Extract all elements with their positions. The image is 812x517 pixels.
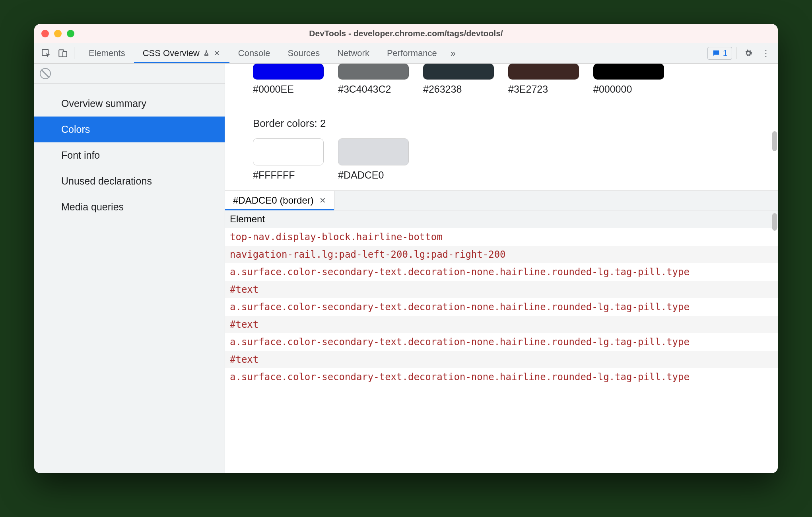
swatch-hex: #000000 <box>593 84 664 95</box>
swatch-hex: #DADCE0 <box>338 169 409 181</box>
kebab-icon: ⋮ <box>761 48 771 59</box>
tab-performance[interactable]: Performance <box>378 43 446 63</box>
sidebar-item-media-queries[interactable]: Media queries <box>34 194 225 220</box>
scrollbar-thumb[interactable] <box>772 131 777 151</box>
color-swatch[interactable]: #FFFFFF <box>253 138 324 181</box>
toolbar-right-group: 1 ⋮ <box>705 45 774 61</box>
sidebar-item-colors[interactable]: Colors <box>34 117 225 142</box>
detail-tabbar: #DADCE0 (border) ✕ <box>225 191 778 210</box>
window-controls <box>41 30 74 37</box>
colors-section: #0000EE #3C4043C2 #263238 #3E2723 <box>225 64 778 190</box>
more-options-button[interactable]: ⋮ <box>758 45 774 61</box>
detail-tab-label: #DADCE0 (border) <box>233 195 314 206</box>
element-row[interactable]: a.surface.color-secondary-text.decoratio… <box>225 333 778 351</box>
sidebar-item-unused-declarations[interactable]: Unused declarations <box>34 168 225 194</box>
panel-tabs: Elements CSS Overview ✕ Console Sources … <box>80 43 705 63</box>
fullscreen-window-button[interactable] <box>67 30 74 37</box>
elements-list: top-nav.display-block.hairline-bottomnav… <box>225 228 778 473</box>
border-colors-title: Border colors: 2 <box>253 117 778 130</box>
color-swatch[interactable]: #263238 <box>423 64 494 95</box>
experiment-icon <box>203 50 210 57</box>
svg-rect-2 <box>63 51 67 56</box>
element-row[interactable]: #text <box>225 281 778 298</box>
content-area: Overview summary Colors Font info Unused… <box>34 64 778 473</box>
swatch-hex: #3E2723 <box>508 84 579 95</box>
toolbar-left-group <box>38 45 80 61</box>
sidebar-item-label: Unused declarations <box>61 175 152 187</box>
tab-label: Elements <box>89 48 125 58</box>
color-detail-pane: #DADCE0 (border) ✕ Element top-nav.displ… <box>225 190 778 473</box>
element-row[interactable]: a.surface.color-secondary-text.decoratio… <box>225 368 778 386</box>
more-tabs-button[interactable]: » <box>446 43 460 63</box>
element-row[interactable]: #text <box>225 351 778 368</box>
swatch-preview <box>338 64 409 80</box>
css-overview-sidebar: Overview summary Colors Font info Unused… <box>34 64 225 473</box>
color-swatch[interactable]: #DADCE0 <box>338 138 409 181</box>
sidebar-item-label: Font info <box>61 150 100 161</box>
tab-label: Network <box>337 48 369 58</box>
tab-css-overview[interactable]: CSS Overview ✕ <box>134 43 229 63</box>
issues-count: 1 <box>723 48 728 58</box>
tab-console[interactable]: Console <box>229 43 279 63</box>
swatch-preview <box>423 64 494 80</box>
color-swatch[interactable]: #0000EE <box>253 64 324 95</box>
element-column-header: Element <box>225 210 778 228</box>
minimize-window-button[interactable] <box>54 30 62 37</box>
element-row[interactable]: top-nav.display-block.hairline-bottom <box>225 228 778 246</box>
border-colors-row: #FFFFFF #DADCE0 <box>253 138 778 181</box>
tab-label: Console <box>238 48 270 58</box>
more-tabs-glyph: » <box>451 48 456 59</box>
device-toolbar-icon[interactable] <box>55 45 71 61</box>
issues-button[interactable]: 1 <box>707 47 732 60</box>
chat-icon <box>712 49 721 58</box>
gear-icon <box>743 48 754 58</box>
swatch-preview <box>508 64 579 80</box>
swatch-preview <box>338 138 409 165</box>
inspect-element-icon[interactable] <box>38 45 54 61</box>
sidebar-item-label: Overview summary <box>61 98 146 109</box>
devtools-toolbar: Elements CSS Overview ✕ Console Sources … <box>34 43 778 64</box>
element-row[interactable]: navigation-rail.lg:pad-left-200.lg:pad-r… <box>225 246 778 263</box>
sidebar-item-font-info[interactable]: Font info <box>34 142 225 168</box>
main-panel: #0000EE #3C4043C2 #263238 #3E2723 <box>225 64 778 473</box>
text-colors-row: #0000EE #3C4043C2 #263238 #3E2723 <box>253 64 778 95</box>
scrollbar-thumb[interactable] <box>772 213 777 231</box>
swatch-preview <box>253 64 324 80</box>
window-title: DevTools - developer.chrome.com/tags/dev… <box>34 29 778 38</box>
swatch-hex: #FFFFFF <box>253 169 324 181</box>
clear-overview-icon[interactable] <box>40 68 51 79</box>
color-swatch[interactable]: #3E2723 <box>508 64 579 95</box>
sidebar-nav: Overview summary Colors Font info Unused… <box>34 84 225 220</box>
tab-label: Sources <box>288 48 320 58</box>
sidebar-toolbar <box>34 64 225 84</box>
swatch-preview <box>253 138 324 165</box>
close-window-button[interactable] <box>41 30 49 37</box>
sidebar-item-label: Colors <box>61 124 90 135</box>
tab-elements[interactable]: Elements <box>80 43 134 63</box>
settings-button[interactable] <box>740 45 756 61</box>
swatch-preview <box>593 64 664 80</box>
close-tab-icon[interactable]: ✕ <box>213 49 221 58</box>
close-detail-tab-icon[interactable]: ✕ <box>319 196 326 205</box>
swatch-hex: #3C4043C2 <box>338 84 409 95</box>
detail-tab[interactable]: #DADCE0 (border) ✕ <box>225 191 334 210</box>
element-row[interactable]: a.surface.color-secondary-text.decoratio… <box>225 298 778 316</box>
tab-label: CSS Overview <box>143 48 200 58</box>
toolbar-separator <box>74 47 74 59</box>
toolbar-separator <box>736 47 736 59</box>
element-row[interactable]: #text <box>225 316 778 333</box>
swatch-hex: #263238 <box>423 84 494 95</box>
tab-sources[interactable]: Sources <box>279 43 328 63</box>
tab-network[interactable]: Network <box>328 43 378 63</box>
swatch-hex: #0000EE <box>253 84 324 95</box>
sidebar-item-label: Media queries <box>61 201 124 212</box>
color-swatch[interactable]: #3C4043C2 <box>338 64 409 95</box>
element-row[interactable]: a.surface.color-secondary-text.decoratio… <box>225 263 778 281</box>
sidebar-item-overview-summary[interactable]: Overview summary <box>34 91 225 117</box>
tab-label: Performance <box>387 48 437 58</box>
color-swatch[interactable]: #000000 <box>593 64 664 95</box>
devtools-window: DevTools - developer.chrome.com/tags/dev… <box>34 24 778 473</box>
titlebar: DevTools - developer.chrome.com/tags/dev… <box>34 24 778 43</box>
